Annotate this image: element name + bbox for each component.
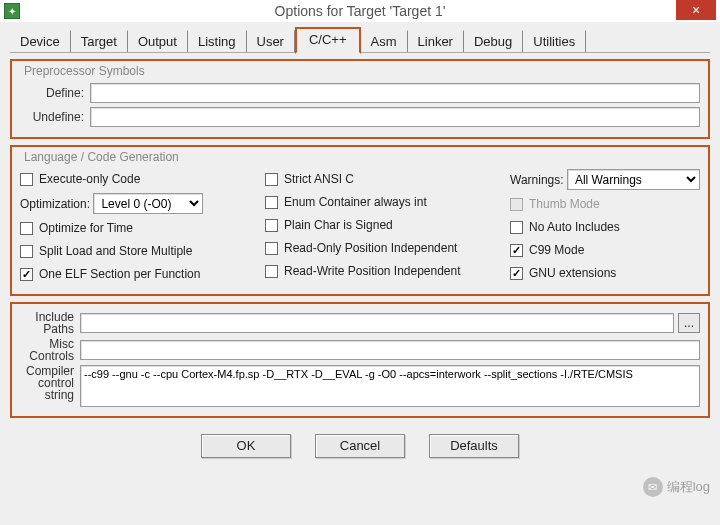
codegen-col3: Warnings: All Warnings Thumb Mode No Aut… (510, 165, 700, 288)
include-paths-browse-button[interactable]: ... (678, 313, 700, 333)
optimize-time-checkbox[interactable] (20, 222, 33, 235)
define-label: Define: (20, 86, 90, 100)
execute-only-label: Execute-only Code (39, 172, 140, 186)
gnu-checkbox[interactable] (510, 267, 523, 280)
ok-button[interactable]: OK (201, 434, 291, 458)
tab-asm[interactable]: Asm (361, 30, 408, 52)
tab-device[interactable]: Device (10, 30, 71, 52)
split-load-checkbox[interactable] (20, 245, 33, 258)
ro-pi-checkbox[interactable] (265, 242, 278, 255)
enum-container-checkbox[interactable] (265, 196, 278, 209)
plain-char-checkbox[interactable] (265, 219, 278, 232)
warnings-select[interactable]: All Warnings (567, 169, 700, 190)
thumb-label: Thumb Mode (529, 197, 600, 211)
watermark-text: 编程log (667, 478, 710, 496)
tab-panel: Preprocessor Symbols Define: Undefine: L… (10, 52, 710, 418)
split-load-label: Split Load and Store Multiple (39, 244, 192, 258)
close-button[interactable]: × (676, 0, 716, 20)
compiler-string-textarea: --c99 --gnu -c --cpu Cortex-M4.fp.sp -D_… (80, 365, 700, 407)
include-paths-label: Include Paths (20, 311, 80, 335)
thumb-checkbox (510, 198, 523, 211)
tab-utilities[interactable]: Utilities (523, 30, 586, 52)
watermark: ✉ 编程log (643, 477, 710, 497)
compiler-string-label: Compiler control string (20, 365, 80, 401)
dialog-button-row: OK Cancel Defaults (0, 424, 720, 464)
optimization-select[interactable]: Level 0 (-O0) (93, 193, 203, 214)
tab-strip: DeviceTargetOutputListingUserC/C++AsmLin… (0, 22, 720, 52)
optimize-time-label: Optimize for Time (39, 221, 133, 235)
preprocessor-group: Preprocessor Symbols Define: Undefine: (10, 59, 710, 139)
app-icon: ✦ (4, 3, 20, 19)
gnu-label: GNU extensions (529, 266, 616, 280)
codegen-col1: Execute-only Code Optimization: Level 0 … (20, 165, 257, 288)
tab-c-c-[interactable]: C/C++ (295, 27, 361, 54)
codegen-group: Language / Code Generation Execute-only … (10, 145, 710, 296)
ro-pi-label: Read-Only Position Independent (284, 241, 457, 255)
tab-output[interactable]: Output (128, 30, 188, 52)
undefine-input[interactable] (90, 107, 700, 127)
rw-pi-label: Read-Write Position Independent (284, 264, 461, 278)
tab-linker[interactable]: Linker (408, 30, 464, 52)
strict-ansi-checkbox[interactable] (265, 173, 278, 186)
defaults-button[interactable]: Defaults (429, 434, 519, 458)
undefine-label: Undefine: (20, 110, 90, 124)
codegen-group-label: Language / Code Generation (20, 150, 183, 164)
title-bar: ✦ Options for Target 'Target 1' × (0, 0, 720, 22)
plain-char-label: Plain Char is Signed (284, 218, 393, 232)
preprocessor-group-label: Preprocessor Symbols (20, 64, 149, 78)
enum-container-label: Enum Container always int (284, 195, 427, 209)
c99-label: C99 Mode (529, 243, 584, 257)
include-paths-input[interactable] (80, 313, 674, 333)
wechat-icon: ✉ (643, 477, 663, 497)
tab-user[interactable]: User (247, 30, 295, 52)
cancel-button[interactable]: Cancel (315, 434, 405, 458)
misc-controls-label: Misc Controls (20, 338, 80, 362)
tab-listing[interactable]: Listing (188, 30, 247, 52)
warnings-label: Warnings: (510, 173, 564, 187)
c99-checkbox[interactable] (510, 244, 523, 257)
tab-debug[interactable]: Debug (464, 30, 523, 52)
optimization-label: Optimization: (20, 197, 90, 211)
one-elf-checkbox[interactable] (20, 268, 33, 281)
strict-ansi-label: Strict ANSI C (284, 172, 354, 186)
misc-controls-input[interactable] (80, 340, 700, 360)
window-title: Options for Target 'Target 1' (275, 3, 446, 19)
no-auto-checkbox[interactable] (510, 221, 523, 234)
paths-group: Include Paths ... Misc Controls Compiler… (10, 302, 710, 418)
tab-target[interactable]: Target (71, 30, 128, 52)
one-elf-label: One ELF Section per Function (39, 267, 200, 281)
codegen-col2: Strict ANSI C Enum Container always int … (265, 165, 502, 288)
no-auto-label: No Auto Includes (529, 220, 620, 234)
define-input[interactable] (90, 83, 700, 103)
rw-pi-checkbox[interactable] (265, 265, 278, 278)
execute-only-checkbox[interactable] (20, 173, 33, 186)
